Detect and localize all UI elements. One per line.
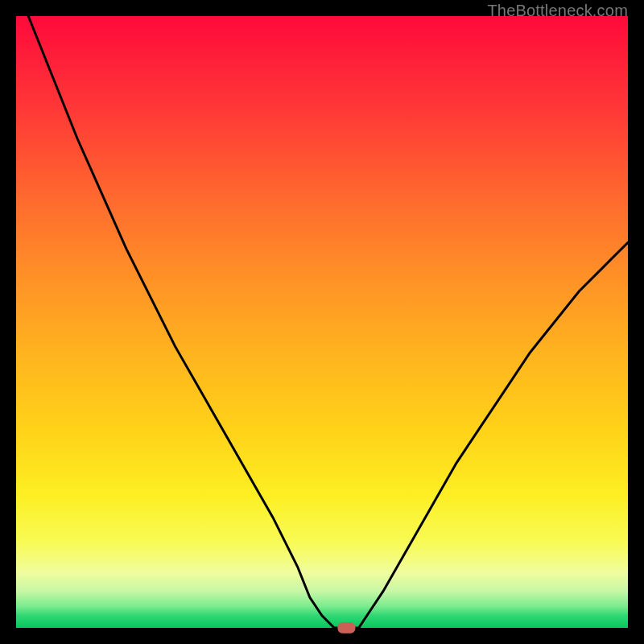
chart-frame: TheBottleneck.com: [0, 0, 644, 644]
plot-area: [16, 16, 628, 628]
chart-svg: [16, 16, 628, 628]
optimum-marker: [337, 622, 355, 634]
bottleneck-curve: [28, 16, 628, 628]
